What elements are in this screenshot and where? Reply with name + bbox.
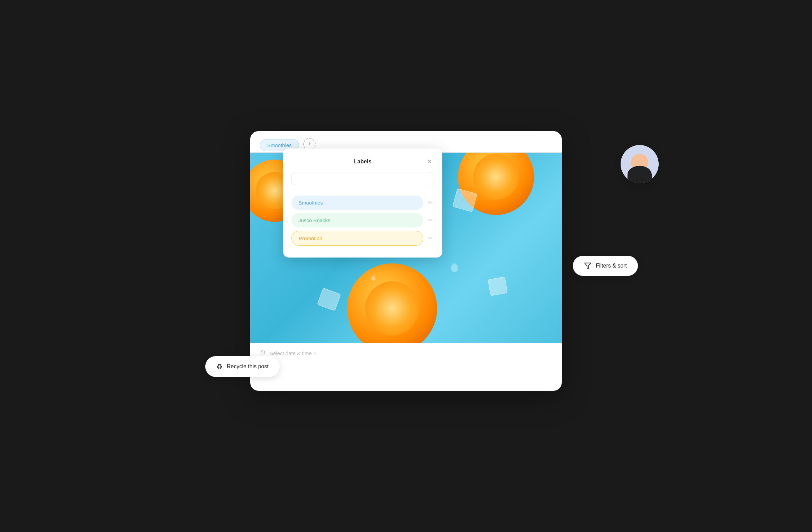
avatar [621,145,659,183]
label-jusco-snacks[interactable]: Jusco Snacks [291,213,423,227]
recycle-post-button[interactable]: ♻ Recycle this post [205,356,280,377]
filter-icon [584,262,592,270]
edit-promotion-icon[interactable]: ✏ [427,234,434,243]
edit-smoothies-icon[interactable]: ✏ [427,198,434,207]
scene: Smoothies + ⏱ Select date & time ∨ [216,110,596,422]
dropdown-header: Labels ✕ [291,157,434,166]
avatar-body [628,166,652,183]
date-time-selector[interactable]: Select date & time ∨ [270,350,317,356]
bottom-bar: ⏱ Select date & time ∨ [250,343,562,363]
label-row-promotion: Promotion ✏ [291,231,434,246]
labels-search-input[interactable] [291,172,434,185]
recycle-icon: ♻ [216,362,223,371]
label-row-jusco-snacks: Jusco Snacks ✏ [291,213,434,227]
water-drop-4 [371,276,376,281]
recycle-label: Recycle this post [227,363,269,370]
avatar-person [626,150,653,183]
ice-cube-2 [488,277,508,296]
date-placeholder: Select date & time [270,350,312,356]
close-button[interactable]: ✕ [424,157,434,166]
orange-decoration-2 [347,263,437,343]
label-smoothies[interactable]: Smoothies [291,196,423,210]
chevron-down-icon: ∨ [314,351,317,355]
edit-jusco-snacks-icon[interactable]: ✏ [427,216,434,225]
search-wrapper: 🔍 [291,172,434,191]
filters-sort-button[interactable]: Filters & sort [573,256,638,276]
ice-cube-3 [317,288,341,311]
dropdown-title: Labels [301,159,424,165]
water-drop-3 [451,263,458,272]
labels-dropdown: Labels ✕ 🔍 Smoothies ✏ Jusco Snacks ✏ Pr… [283,148,442,258]
svg-marker-0 [585,263,591,269]
clock-icon: ⏱ [260,350,266,357]
filters-label: Filters & sort [596,263,627,269]
label-promotion[interactable]: Promotion [291,231,423,246]
label-row-smoothies: Smoothies ✏ [291,196,434,210]
